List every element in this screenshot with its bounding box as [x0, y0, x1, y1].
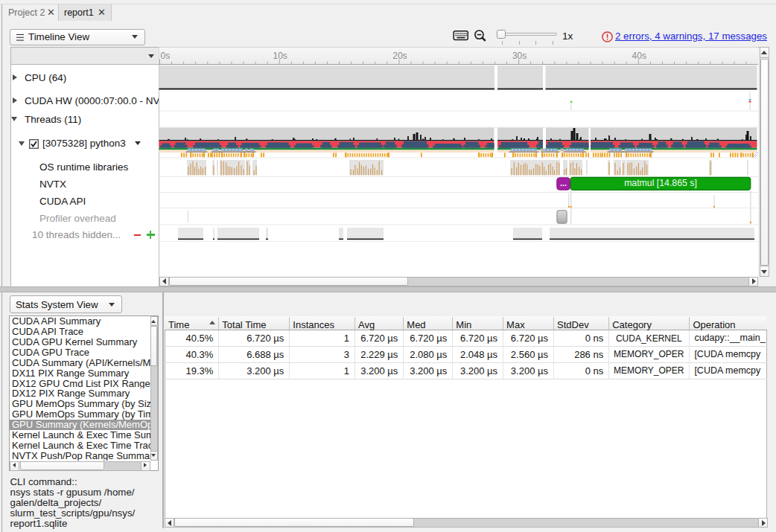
- svg-text:matmul [14.865 s]: matmul [14.865 s]: [624, 178, 697, 188]
- svg-text:...: ...: [560, 179, 567, 188]
- svg-text:0s: 0s: [161, 51, 171, 61]
- svg-text:10s: 10s: [273, 51, 287, 61]
- svg-text:40s: 40s: [632, 51, 646, 61]
- svg-text:20s: 20s: [392, 51, 407, 61]
- svg-text:30s: 30s: [512, 51, 527, 61]
